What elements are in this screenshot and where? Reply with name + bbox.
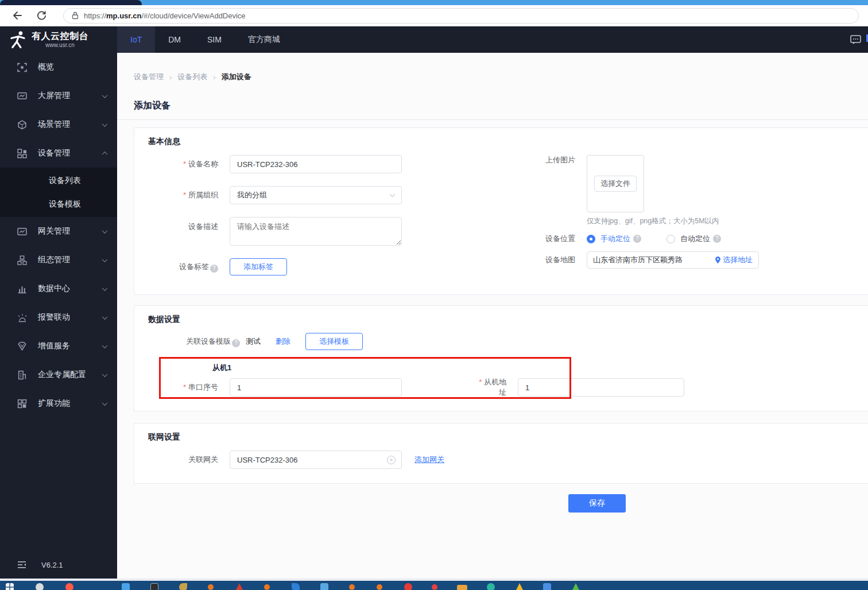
help-icon[interactable] [232, 339, 240, 347]
message-icon[interactable] [850, 35, 861, 45]
sidebar-item-device-template[interactable]: 设备模板 [0, 192, 117, 216]
auto-location-radio[interactable] [666, 235, 675, 243]
slave-address-label: * 从机地址 [476, 377, 518, 398]
taskbar-app-icon[interactable] [432, 584, 437, 590]
taskbar-app-icon[interactable] [516, 583, 524, 590]
brand-logo-block[interactable]: 有人云控制台 www.usr.cn [0, 26, 117, 53]
chevron-down-icon [102, 285, 108, 291]
upload-hint: 仅支持jpg、gif、png格式；大小为5M以内 [587, 216, 719, 226]
taskbar-app-icon[interactable] [179, 583, 187, 590]
sidebar: 概览 大屏管理 场景管理 设备管理 设备列表 设备模板 网关管理 组态 [0, 53, 117, 579]
taskbar-app-icon[interactable] [349, 584, 355, 590]
network-settings-card: 联网设置 关联网关 USR-TCP232-306 添加网关 [134, 423, 868, 484]
main-content: 设备管理 › 设备列表 › 添加设备 添加设备 基本信息 设备名称 所属组织 [117, 53, 868, 579]
windows-start-icon[interactable] [6, 583, 14, 590]
device-name-input[interactable] [230, 155, 402, 173]
taskbar-app-icon[interactable] [457, 585, 467, 590]
breadcrumb-device-mgmt[interactable]: 设备管理 [134, 72, 164, 82]
taskbar-app-icon[interactable] [122, 583, 130, 590]
taskbar-app-icon[interactable] [208, 584, 214, 590]
gateway-input[interactable]: USR-TCP232-306 [230, 451, 402, 469]
add-tag-button[interactable]: 添加标签 [230, 258, 287, 275]
delete-template-link[interactable]: 删除 [276, 336, 290, 347]
serial-port-input[interactable] [230, 378, 402, 397]
taskbar-app-icon[interactable] [404, 583, 412, 590]
version-label: V6.2.1 [41, 561, 63, 569]
sidebar-item-extension[interactable]: 扩展功能 [0, 389, 117, 418]
sidebar-item-enterprise[interactable]: 企业专属配置 [0, 360, 117, 389]
refresh-button[interactable] [33, 7, 49, 24]
sidebar-item-device[interactable]: 设备管理 [0, 139, 117, 168]
manual-location-radio[interactable] [587, 235, 595, 243]
data-center-icon [17, 284, 27, 294]
help-icon[interactable] [713, 235, 721, 243]
help-icon[interactable] [210, 265, 218, 273]
manual-location-label[interactable]: 手动定位 [600, 234, 630, 244]
device-icon [17, 149, 27, 158]
chevron-down-icon [102, 228, 108, 234]
device-submenu: 设备列表 设备模板 [0, 168, 117, 217]
brand-subtitle: www.usr.cn [45, 42, 75, 48]
taskbar-app-icon[interactable] [320, 583, 328, 590]
windows-taskbar [0, 581, 868, 590]
taskbar-app-icon[interactable] [264, 584, 270, 590]
brand-title: 有人云控制台 [32, 31, 88, 41]
device-map-label: 设备地图 [545, 255, 587, 265]
page-title: 添加设备 [134, 100, 868, 112]
upload-dropzone[interactable]: 选择文件 [587, 155, 644, 212]
gateway-label: 关联网关 [148, 455, 230, 465]
breadcrumb-separator: › [169, 73, 172, 81]
auto-location-label[interactable]: 自动定位 [680, 234, 710, 244]
taskbar-app-icon[interactable] [377, 584, 382, 590]
big-screen-icon [17, 91, 27, 101]
organization-select[interactable]: 我的分组 [230, 186, 402, 204]
choose-file-button[interactable]: 选择文件 [594, 176, 637, 192]
sidebar-item-vas[interactable]: 增值服务 [0, 332, 117, 360]
device-map-input[interactable]: 山东省济南市历下区颖秀路 选择地址 [587, 251, 759, 269]
gateway-icon [17, 227, 27, 236]
help-icon[interactable] [633, 235, 641, 243]
sidebar-item-scada[interactable]: 组态管理 [0, 246, 117, 274]
nav-tab-dm[interactable]: DM [155, 26, 194, 53]
chevron-down-icon [102, 400, 108, 406]
taskbar-app-icon[interactable] [65, 583, 73, 590]
choose-template-button[interactable]: 选择模板 [305, 333, 363, 350]
nav-tab-shop[interactable]: 官方商城 [235, 26, 293, 53]
taskbar-app-icon[interactable] [150, 583, 158, 590]
screen: https://mp.usr.cn/#/cloud/device/ViewAdd… [0, 0, 868, 590]
add-gateway-link[interactable]: 添加网关 [414, 455, 444, 465]
taskbar-app-icon[interactable] [235, 583, 243, 590]
save-button[interactable]: 保存 [568, 494, 626, 513]
sidebar-item-scene[interactable]: 场景管理 [0, 110, 117, 139]
sidebar-item-gateway[interactable]: 网关管理 [0, 217, 117, 246]
enterprise-icon [17, 370, 27, 380]
breadcrumb-device-list[interactable]: 设备列表 [177, 72, 207, 82]
upload-image-label: 上传图片 [545, 155, 587, 165]
taskbar-app-icon[interactable] [487, 583, 495, 590]
template-name: 测试 [246, 336, 261, 347]
sidebar-item-data-center[interactable]: 数据中心 [0, 274, 117, 303]
address-bar[interactable]: https://mp.usr.cn/#/cloud/device/ViewAdd… [63, 8, 859, 24]
slave-address-input[interactable] [518, 378, 684, 397]
sidebar-item-overview[interactable]: 概览 [0, 53, 117, 81]
clear-icon[interactable] [387, 456, 396, 464]
taskbar-app-icon[interactable] [572, 583, 580, 590]
refresh-icon [36, 10, 47, 21]
back-button[interactable] [9, 7, 25, 24]
collapse-sidebar-icon[interactable] [17, 561, 26, 569]
browser-active-tab[interactable] [0, 0, 142, 5]
scene-icon [17, 120, 27, 130]
taskbar-app-icon[interactable] [292, 583, 300, 590]
network-settings-title: 联网设置 [148, 432, 868, 442]
device-desc-textarea[interactable] [230, 217, 402, 246]
sidebar-item-device-list[interactable]: 设备列表 [0, 169, 117, 192]
choose-address-link[interactable]: 选择地址 [715, 255, 753, 265]
nav-tab-sim[interactable]: SIM [194, 26, 235, 53]
browser-tabstrip [0, 0, 868, 5]
nav-tab-iot[interactable]: IoT [117, 26, 155, 53]
taskbar-app-icon[interactable] [36, 583, 44, 590]
basic-info-card: 基本信息 设备名称 所属组织 我的分组 设备描述 [134, 127, 868, 295]
taskbar-app-icon[interactable] [543, 583, 551, 590]
sidebar-item-big-screen[interactable]: 大屏管理 [0, 81, 117, 110]
sidebar-item-alarm[interactable]: 报警联动 [0, 303, 117, 332]
